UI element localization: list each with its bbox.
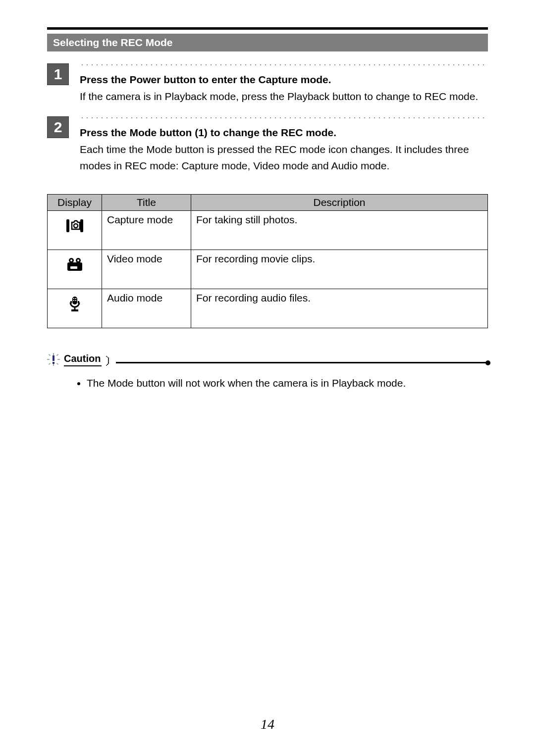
svg-rect-16 <box>73 300 74 301</box>
step-number-badge: 1 <box>47 63 69 85</box>
caution-header: Caution ⟯ <box>47 353 488 366</box>
svg-rect-20 <box>47 359 50 360</box>
step-heading: Press the Power button to enter the Capt… <box>80 71 488 88</box>
step-heading: Press the Mode button (1) to change the … <box>80 124 488 141</box>
mode-description: For recording movie clips. <box>191 250 488 289</box>
svg-rect-23 <box>56 354 58 356</box>
step-body: Press the Power button to enter the Capt… <box>80 63 488 104</box>
step-number-badge: 2 <box>47 116 69 138</box>
svg-rect-21 <box>57 359 60 360</box>
svg-rect-10 <box>70 301 72 303</box>
svg-rect-25 <box>56 363 58 365</box>
svg-rect-9 <box>72 297 77 304</box>
table-row: Audio mode For recording audio files. <box>48 289 488 328</box>
mode-description: For taking still photos. <box>191 210 488 250</box>
step-text: Each time the Mode button is pressed the… <box>80 141 488 174</box>
col-header-title: Title <box>102 194 191 210</box>
capture-mode-icon <box>53 214 97 238</box>
mode-title: Audio mode <box>102 289 191 328</box>
audio-mode-icon <box>53 292 97 316</box>
table-header-row: Display Title Description <box>48 194 488 210</box>
svg-rect-17 <box>75 300 76 301</box>
caution-icon <box>47 353 60 366</box>
caution-label: Caution <box>64 353 102 366</box>
svg-rect-18 <box>53 353 54 355</box>
svg-rect-22 <box>49 354 51 356</box>
dotted-separator <box>80 116 488 119</box>
step-text: If the camera is in Playback mode, press… <box>80 88 488 105</box>
section-header: Selecting the REC Mode <box>47 34 488 51</box>
dotted-separator <box>80 63 488 66</box>
caution-block: Caution ⟯ The Mode button will not work … <box>47 353 488 389</box>
svg-rect-4 <box>70 266 77 269</box>
step-2: 2 Press the Mode button (1) to change th… <box>47 116 488 174</box>
col-header-display: Display <box>48 194 102 210</box>
page-number: 14 <box>0 716 535 732</box>
step-1: 1 Press the Power button to enter the Ca… <box>47 63 488 104</box>
mode-title: Video mode <box>102 250 191 289</box>
svg-rect-11 <box>78 301 79 303</box>
top-rule <box>47 27 488 30</box>
svg-point-8 <box>77 259 79 261</box>
mode-description: For recording audio files. <box>191 289 488 328</box>
step-body: Press the Mode button (1) to change the … <box>80 116 488 174</box>
caution-list: The Mode button will not work when the c… <box>47 377 488 389</box>
svg-point-6 <box>70 259 72 261</box>
svg-rect-26 <box>53 355 54 361</box>
table-row: Video mode For recording movie clips. <box>48 250 488 289</box>
svg-rect-14 <box>73 298 74 299</box>
manual-page: Selecting the REC Mode 1 Press the Power… <box>0 0 535 756</box>
video-mode-icon <box>53 253 97 277</box>
rec-modes-table: Display Title Description <box>47 194 488 328</box>
svg-point-2 <box>74 224 78 228</box>
caution-rule <box>116 362 488 363</box>
svg-rect-13 <box>71 309 78 311</box>
caution-bracket: ⟯ <box>106 354 112 367</box>
mode-title: Capture mode <box>102 210 191 250</box>
svg-rect-0 <box>66 219 69 232</box>
svg-rect-27 <box>53 362 54 364</box>
svg-rect-24 <box>49 363 51 365</box>
col-header-description: Description <box>191 194 488 210</box>
table-row: Capture mode For taking still photos. <box>48 210 488 250</box>
caution-item: The Mode button will not work when the c… <box>87 377 488 389</box>
svg-rect-15 <box>75 298 76 299</box>
svg-rect-1 <box>80 219 83 232</box>
